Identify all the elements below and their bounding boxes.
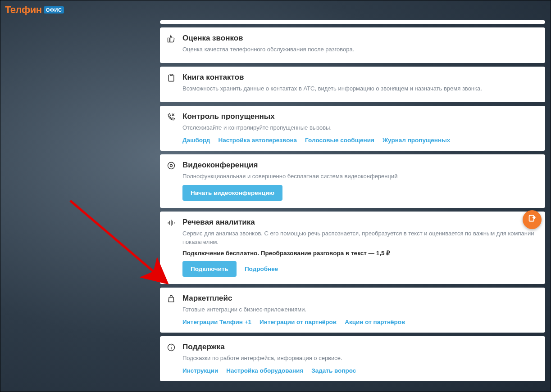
card-stub <box>160 20 545 24</box>
card-title: Речевая аналитика <box>182 218 537 227</box>
logo: Телфин ОФИС <box>5 4 64 16</box>
card-links: Инструкции Настройка оборудования Задать… <box>182 367 537 374</box>
card-contacts[interactable]: Книга контактов Возможность хранить данн… <box>160 67 545 102</box>
card-links: Интеграции Телфин +1 Интеграции от партн… <box>182 319 537 325</box>
svg-line-13 <box>70 201 167 283</box>
thumb-up-icon <box>166 34 176 44</box>
link-instructions[interactable]: Инструкции <box>182 367 218 374</box>
link-integrations-telfin[interactable]: Интеграции Телфин +1 <box>182 319 251 325</box>
link-partner-promos[interactable]: Акции от партнёров <box>345 319 405 325</box>
svg-point-11 <box>171 345 171 346</box>
logo-badge: ОФИС <box>44 6 64 14</box>
link-ask[interactable]: Задать вопрос <box>311 367 356 374</box>
connect-button[interactable]: Подключить <box>182 261 237 277</box>
link-setup[interactable]: Настройка оборудования <box>226 367 303 374</box>
waveform-icon <box>166 218 176 228</box>
card-desc: Оценка качества телефонного обслуживания… <box>182 45 537 54</box>
card-marketplace[interactable]: Маркетплейс Готовые интеграции с бизнес-… <box>160 288 545 333</box>
link-missed-log[interactable]: Журнал пропущенных <box>383 137 450 144</box>
card-links: Дашборд Настройка автоперезвона Голосовы… <box>182 137 537 144</box>
card-desc: Подсказки по работе интерфейса, информац… <box>182 354 537 363</box>
card-actions: Начать видеоконференцию <box>182 185 537 201</box>
card-title: Поддержка <box>182 342 537 351</box>
card-desc: Возможность хранить данные о контактах в… <box>182 85 537 93</box>
video-icon <box>166 161 176 171</box>
card-title: Видеоконференция <box>182 161 537 170</box>
card-missed-calls[interactable]: Контроль пропущенных Отслеживайте и конт… <box>160 106 545 151</box>
svg-rect-12 <box>529 216 534 221</box>
bag-icon <box>166 294 176 304</box>
logo-text: Телфин <box>5 4 42 16</box>
svg-point-3 <box>170 164 173 167</box>
card-desc: Полнофункциональная и совершенно бесплат… <box>182 172 537 181</box>
card-title: Контроль пропущенных <box>182 112 537 121</box>
card-title: Оценка звонков <box>182 34 537 43</box>
card-call-rating[interactable]: Оценка звонков Оценка качества телефонно… <box>160 27 545 63</box>
start-videoconf-button[interactable]: Начать видеоконференцию <box>182 185 282 201</box>
export-icon <box>527 214 537 225</box>
card-videoconf[interactable]: Видеоконференция Полнофункциональная и с… <box>160 154 545 208</box>
link-integrations-partners[interactable]: Интеграции от партнёров <box>260 319 337 325</box>
floating-action-button[interactable] <box>523 210 542 229</box>
clipboard-icon <box>166 73 176 83</box>
link-autocallback[interactable]: Настройка автоперезвона <box>218 137 297 144</box>
card-price: Подключение бесплатно. Преобразование ра… <box>182 249 537 257</box>
info-icon <box>166 342 176 352</box>
card-title: Книга контактов <box>182 73 537 82</box>
link-dashboard[interactable]: Дашборд <box>182 137 210 144</box>
link-voicemail[interactable]: Голосовые сообщения <box>305 137 374 144</box>
card-desc: Сервис для анализа звонков. С его помощь… <box>182 230 537 247</box>
card-list: Оценка звонков Оценка качества телефонно… <box>160 20 545 386</box>
card-title: Маркетплейс <box>182 294 537 303</box>
card-speech-analytics[interactable]: Речевая аналитика Сервис для анализа зво… <box>160 212 545 284</box>
link-more[interactable]: Подробнее <box>245 266 278 272</box>
svg-point-2 <box>168 162 175 169</box>
missed-call-icon <box>166 112 176 122</box>
card-support[interactable]: Поддержка Подсказки по работе интерфейса… <box>160 336 545 381</box>
card-actions: Подключить Подробнее <box>182 261 537 277</box>
card-desc: Отслеживайте и контролируйте пропущенные… <box>182 124 537 132</box>
card-desc: Готовые интеграции с бизнес-приложениями… <box>182 306 537 314</box>
